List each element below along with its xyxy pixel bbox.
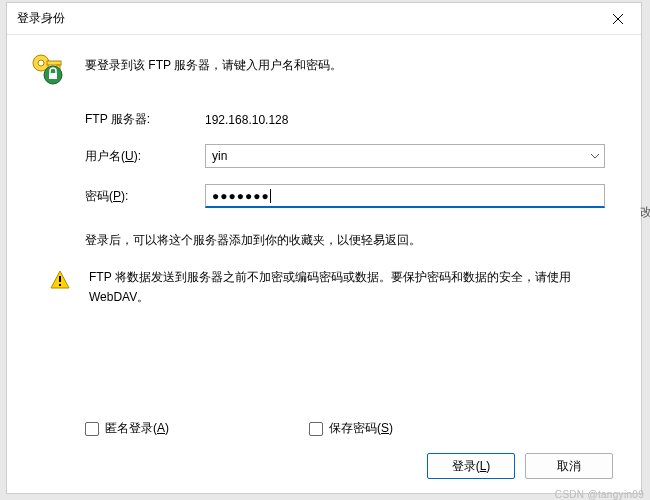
button-row: 登录(L) 取消 (31, 453, 617, 479)
username-label: 用户名(U): (85, 148, 205, 165)
close-button[interactable] (595, 3, 641, 34)
svg-point-3 (38, 60, 44, 66)
checkbox-box (85, 422, 99, 436)
dialog-title: 登录身份 (17, 10, 65, 27)
watermark: CSDN @tangyin09 (555, 489, 644, 500)
close-icon (612, 13, 624, 25)
anonymous-login-checkbox[interactable]: 匿名登录(A) (85, 420, 169, 437)
chevron-down-icon (590, 153, 600, 159)
server-label: FTP 服务器: (85, 111, 205, 128)
warning-text: FTP 将数据发送到服务器之前不加密或编码密码或数据。要保护密码和数据的安全，请… (89, 267, 617, 308)
svg-rect-4 (47, 61, 61, 65)
svg-rect-8 (59, 276, 61, 282)
login-button[interactable]: 登录(L) (427, 453, 515, 479)
favorites-hint: 登录后，可以将这个服务器添加到你的收藏夹，以便轻易返回。 (85, 232, 617, 249)
svg-rect-9 (59, 284, 61, 286)
truncated-text: 改 (640, 204, 650, 221)
dialog-content: 要登录到该 FTP 服务器，请键入用户名和密码。 FTP 服务器: 192.16… (7, 35, 641, 493)
intro-row: 要登录到该 FTP 服务器，请键入用户名和密码。 (31, 53, 617, 89)
warning-icon (49, 269, 71, 291)
username-value: yin (212, 149, 598, 163)
titlebar: 登录身份 (7, 3, 641, 35)
warning-row: FTP 将数据发送到服务器之前不加密或编码密码或数据。要保护密码和数据的安全，请… (49, 267, 617, 308)
server-value: 192.168.10.128 (205, 113, 288, 127)
password-input[interactable]: ●●●●●●● (205, 184, 605, 208)
text-cursor (270, 189, 271, 203)
svg-rect-7 (49, 73, 57, 79)
anonymous-label: 匿名登录(A) (105, 420, 169, 437)
save-password-label: 保存密码(S) (329, 420, 393, 437)
checkbox-row: 匿名登录(A) 保存密码(S) (85, 420, 617, 437)
key-lock-icon (31, 53, 67, 89)
server-row: FTP 服务器: 192.168.10.128 (85, 111, 617, 128)
checkbox-box (309, 422, 323, 436)
save-password-checkbox[interactable]: 保存密码(S) (309, 420, 393, 437)
form-area: FTP 服务器: 192.168.10.128 用户名(U): yin 密码(P… (85, 111, 617, 224)
cancel-button[interactable]: 取消 (525, 453, 613, 479)
password-label: 密码(P): (85, 188, 205, 205)
password-row: 密码(P): ●●●●●●● (85, 184, 617, 208)
password-value: ●●●●●●● (212, 189, 270, 203)
username-row: 用户名(U): yin (85, 144, 617, 168)
login-dialog: 登录身份 要登录到该 FTP 服务器，请键入用户名和密码。 FTP 服务 (6, 2, 642, 494)
intro-text: 要登录到该 FTP 服务器，请键入用户名和密码。 (85, 53, 342, 74)
username-input[interactable]: yin (205, 144, 605, 168)
